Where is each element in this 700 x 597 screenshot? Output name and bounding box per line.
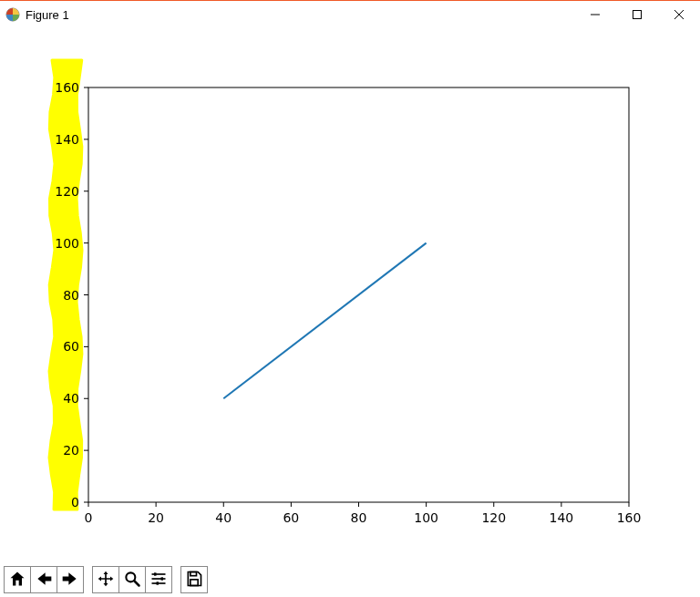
- x-tick-label: 60: [283, 510, 299, 525]
- svg-rect-31: [157, 582, 160, 584]
- data-series-line: [223, 243, 426, 399]
- x-tick-label: 80: [351, 510, 367, 525]
- svg-rect-2: [633, 11, 642, 19]
- y-tick-label: 20: [63, 443, 79, 458]
- y-tick-label: 120: [55, 184, 79, 199]
- x-tick-label: 20: [148, 510, 164, 525]
- minimize-button[interactable]: [574, 1, 616, 28]
- svg-rect-29: [154, 572, 157, 575]
- save-button[interactable]: [180, 566, 208, 593]
- titlebar: Figure 1: [0, 1, 700, 28]
- x-tick-label: 100: [414, 510, 438, 525]
- svg-rect-33: [190, 579, 198, 585]
- move-icon: [97, 570, 115, 591]
- y-tick-label: 100: [55, 236, 79, 251]
- y-tick-label: 60: [63, 339, 79, 354]
- maximize-button[interactable]: [616, 1, 658, 28]
- pan-button[interactable]: [92, 566, 119, 593]
- y-tick-label: 0: [71, 495, 79, 510]
- y-tick-label: 40: [63, 391, 79, 406]
- svg-rect-30: [161, 577, 164, 580]
- home-icon: [8, 570, 26, 591]
- save-icon: [185, 570, 203, 591]
- figure-canvas[interactable]: 0204060801001201401600204060801001201401…: [0, 28, 700, 564]
- window-title: Figure 1: [26, 8, 69, 22]
- zoom-button[interactable]: [118, 566, 146, 593]
- configure-subplots-button[interactable]: [145, 566, 172, 593]
- svg-line-25: [135, 581, 139, 585]
- matplotlib-toolbar: [0, 564, 700, 597]
- y-tick-label: 80: [63, 288, 79, 303]
- plot-svg: 0204060801001201401600204060801001201401…: [0, 28, 700, 566]
- arrow-right-icon: [61, 570, 79, 591]
- app-window: Figure 1 0204060801001201401600204060801…: [0, 0, 700, 597]
- x-tick-label: 0: [85, 510, 93, 525]
- x-tick-label: 140: [550, 510, 574, 525]
- arrow-left-icon: [35, 570, 53, 591]
- yaxis-highlight-annotation: [49, 60, 82, 510]
- x-tick-label: 160: [617, 510, 642, 525]
- app-icon: [5, 7, 20, 22]
- y-tick-label: 160: [55, 80, 79, 95]
- forward-button[interactable]: [57, 566, 84, 593]
- home-button[interactable]: [4, 566, 31, 593]
- close-button[interactable]: [658, 1, 700, 28]
- x-tick-label: 120: [481, 510, 506, 525]
- y-tick-label: 140: [55, 132, 79, 147]
- magnifier-icon: [123, 570, 141, 591]
- x-tick-label: 40: [215, 510, 232, 525]
- svg-rect-32: [190, 571, 197, 575]
- back-button[interactable]: [30, 566, 57, 593]
- sliders-icon: [149, 570, 168, 591]
